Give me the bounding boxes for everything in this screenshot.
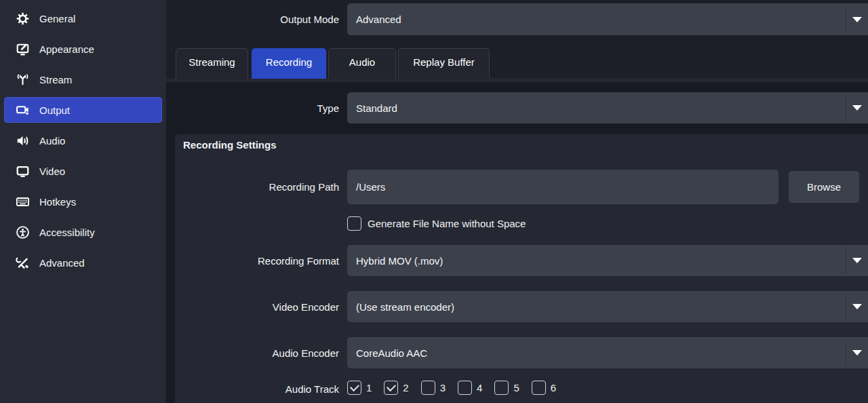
video-encoder-value: (Use stream encoder) bbox=[347, 301, 846, 313]
gear-icon bbox=[16, 12, 30, 26]
sidebar-item-hotkeys[interactable]: Hotkeys bbox=[4, 189, 162, 214]
tab-recording[interactable]: Recording bbox=[252, 48, 326, 79]
recording-format-value: Hybrid MOV (.mov) bbox=[347, 255, 846, 267]
sidebar-item-label: Video bbox=[39, 166, 65, 177]
tab-audio[interactable]: Audio bbox=[328, 48, 396, 79]
output-mode-value: Advanced bbox=[347, 14, 846, 25]
audio-track-1: 1 bbox=[347, 381, 372, 395]
output-icon bbox=[16, 103, 30, 117]
audio-encoder-label: Audio Encoder bbox=[166, 337, 339, 368]
recording-path-label: Recording Path bbox=[166, 170, 339, 204]
audio-track-1-checkbox[interactable] bbox=[347, 381, 361, 395]
audio-track-row: 1 2 3 4 5 6 bbox=[347, 381, 562, 395]
type-select[interactable]: Standard bbox=[347, 92, 868, 123]
chevron-down-icon bbox=[846, 304, 868, 309]
audio-track-5-checkbox[interactable] bbox=[494, 381, 509, 395]
audio-icon bbox=[16, 134, 30, 148]
sidebar-item-label: Advanced bbox=[39, 257, 85, 269]
chevron-down-icon bbox=[846, 258, 868, 263]
chevron-down-icon bbox=[846, 105, 868, 111]
audio-encoder-select[interactable]: CoreAudio AAC bbox=[347, 337, 868, 368]
output-settings-pane: Output Mode Advanced Streaming Recording… bbox=[166, 0, 868, 403]
sidebar-item-appearance[interactable]: Appearance bbox=[4, 36, 162, 62]
recording-path-input[interactable]: /Users bbox=[347, 170, 778, 204]
sidebar-item-label: Output bbox=[39, 104, 70, 116]
audio-track-2: 2 bbox=[384, 381, 408, 395]
tab-streaming[interactable]: Streaming bbox=[176, 48, 248, 79]
sidebar-item-label: General bbox=[39, 13, 75, 24]
audio-track-2-checkbox[interactable] bbox=[384, 381, 398, 395]
sidebar-item-label: Audio bbox=[39, 135, 65, 147]
audio-track-6-checkbox[interactable] bbox=[532, 381, 546, 395]
generate-no-space-checkbox[interactable] bbox=[347, 216, 361, 231]
generate-no-space-label: Generate File Name without Space bbox=[368, 218, 526, 229]
accessibility-icon bbox=[16, 225, 30, 239]
tab-replay-buffer[interactable]: Replay Buffer bbox=[398, 48, 490, 79]
type-value: Standard bbox=[347, 102, 846, 114]
recording-format-select[interactable]: Hybrid MOV (.mov) bbox=[347, 245, 868, 276]
audio-track-4-checkbox[interactable] bbox=[458, 381, 472, 395]
video-encoder-select[interactable]: (Use stream encoder) bbox=[347, 291, 868, 322]
video-icon bbox=[16, 164, 30, 178]
section-title: Recording Settings bbox=[183, 139, 277, 151]
video-encoder-label: Video Encoder bbox=[166, 291, 339, 322]
type-label: Type bbox=[166, 92, 339, 123]
browse-button[interactable]: Browse bbox=[789, 171, 859, 203]
audio-track-5: 5 bbox=[494, 381, 519, 395]
recording-path-value: /Users bbox=[347, 181, 385, 193]
chevron-down-icon bbox=[846, 350, 868, 356]
obs-settings-window: General Appearance bbox=[0, 0, 868, 403]
audio-track-6: 6 bbox=[532, 381, 556, 395]
settings-sidebar: General Appearance bbox=[0, 0, 166, 403]
audio-track-3: 3 bbox=[421, 381, 446, 395]
sidebar-item-output[interactable]: Output bbox=[4, 97, 162, 123]
sidebar-item-label: Hotkeys bbox=[39, 196, 76, 208]
sidebar-item-accessibility[interactable]: Accessibility bbox=[4, 219, 162, 245]
audio-track-label: Audio Track bbox=[166, 381, 339, 398]
hotkeys-icon bbox=[16, 195, 30, 209]
output-mode-select[interactable]: Advanced bbox=[347, 3, 868, 35]
sidebar-item-audio[interactable]: Audio bbox=[4, 128, 162, 153]
sidebar-item-video[interactable]: Video bbox=[4, 158, 162, 184]
chevron-down-icon bbox=[846, 17, 868, 22]
sidebar-item-label: Stream bbox=[39, 74, 72, 85]
stream-icon bbox=[16, 73, 30, 87]
generate-no-space-row: Generate File Name without Space bbox=[347, 216, 526, 231]
sidebar-item-label: Accessibility bbox=[39, 227, 95, 238]
recording-format-label: Recording Format bbox=[166, 245, 339, 276]
sidebar-item-general[interactable]: General bbox=[4, 5, 162, 31]
audio-track-4: 4 bbox=[458, 381, 482, 395]
audio-track-3-checkbox[interactable] bbox=[421, 381, 435, 395]
output-mode-label: Output Mode bbox=[166, 3, 339, 35]
sidebar-item-advanced[interactable]: Advanced bbox=[4, 250, 162, 275]
appearance-icon bbox=[16, 42, 30, 56]
audio-encoder-value: CoreAudio AAC bbox=[347, 347, 846, 359]
advanced-icon bbox=[16, 256, 30, 270]
sidebar-item-label: Appearance bbox=[39, 43, 94, 55]
sidebar-item-stream[interactable]: Stream bbox=[4, 66, 162, 92]
